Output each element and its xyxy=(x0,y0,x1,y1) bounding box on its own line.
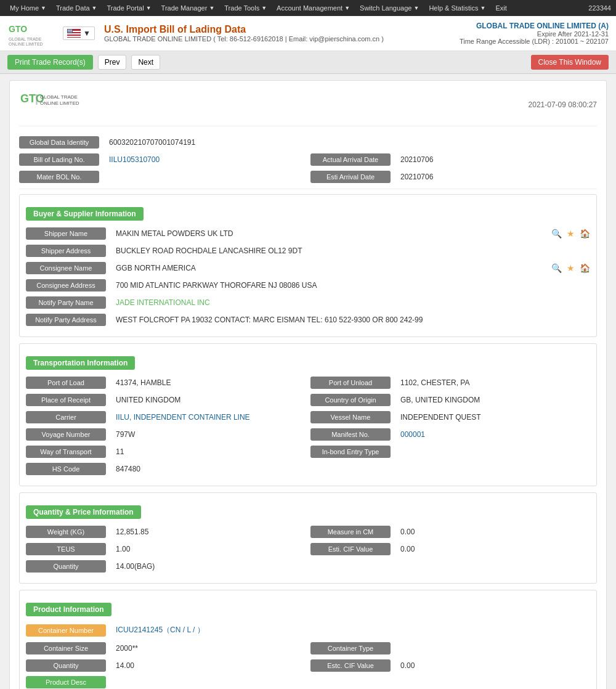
trademanager-label: Trade Manager xyxy=(161,4,208,12)
svg-text:GTO: GTO xyxy=(9,24,27,34)
nav-accountmgmt[interactable]: Account Management ▼ xyxy=(272,4,355,12)
buyer-supplier-title: Buyer & Supplier Information xyxy=(26,207,144,221)
manifest-col: Manifest No. 000001 xyxy=(310,428,590,441)
notify-address-row: Notify Party Address WEST FOLCROFT PA 19… xyxy=(26,313,590,327)
header-subtitle: GLOBAL TRADE ONLINE LIMITED ( Tel: 86-51… xyxy=(104,35,384,43)
tradetools-label: Trade Tools xyxy=(224,4,259,12)
manifest-label: Manifest No. xyxy=(310,428,391,441)
account-timerange: Time Range Accessible (LDR) : 201001 ~ 2… xyxy=(460,38,609,45)
accountmgmt-label: Account Management xyxy=(277,4,342,12)
qty-row1: Weight (KG) 12,851.85 Measure in CM 0.00 xyxy=(26,525,590,539)
esti-arrival-value: 20210706 xyxy=(395,170,597,184)
svg-rect-9 xyxy=(67,36,81,37)
svg-point-20 xyxy=(70,30,71,31)
place-receipt-col: Place of Receipt UNITED KINGDOM xyxy=(26,393,306,407)
actual-arrival-col: Actual Arrival Date 20210706 xyxy=(310,153,597,166)
consignee-address-row: Consignee Address 700 MID ATLANTIC PARKW… xyxy=(26,279,590,292)
svg-point-13 xyxy=(68,30,69,30)
nav-tradedata[interactable]: Trade Data ▼ xyxy=(51,4,102,12)
notify-address-label: Notify Party Address xyxy=(26,314,106,326)
container-type-label: Container Type xyxy=(310,642,391,654)
carrier-col: Carrier IILU, INDEPENDENT CONTAINER LINE xyxy=(26,410,306,424)
product-row2: Quantity 14.00 Estc. CIF Value 0.00 xyxy=(26,659,590,672)
container-size-col: Container Size 2000** xyxy=(26,642,306,655)
voyage-label: Voyage Number xyxy=(26,428,106,441)
bol-row: Bill of Lading No. IILU105310700 Actual … xyxy=(19,153,597,166)
tradeportal-caret: ▼ xyxy=(146,5,152,11)
shipper-home-icon[interactable]: 🏠 xyxy=(580,229,590,238)
nav-tradeportal[interactable]: Trade Portal ▼ xyxy=(102,4,156,12)
container-type-value xyxy=(395,646,590,651)
nav-trademanager[interactable]: Trade Manager ▼ xyxy=(156,4,220,12)
est-cif-value: 0.00 xyxy=(395,542,590,556)
svg-rect-7 xyxy=(67,33,81,35)
measure-value: 0.00 xyxy=(395,525,590,539)
nav-myhome[interactable]: My Home ▼ xyxy=(5,4,51,12)
product-title: Product Information xyxy=(26,603,111,616)
svg-text:GLOBAL TRADE: GLOBAL TRADE xyxy=(9,37,42,41)
bol-label: Bill of Lading No. xyxy=(19,153,99,166)
actual-arrival-label: Actual Arrival Date xyxy=(310,153,391,166)
main-content: GTO | GLOBAL TRADE ONLINE LIMITED 2021-0… xyxy=(0,74,616,689)
close-button-top[interactable]: Close This Window xyxy=(531,55,609,70)
product-desc-label: Product Desc xyxy=(26,676,106,688)
account-expire: Expire After 2021-12-31 xyxy=(460,30,609,38)
product-section: Product Information Container Number ICU… xyxy=(19,590,597,689)
transportation-title: Transportation Information xyxy=(26,356,135,370)
shipper-star-icon[interactable]: ★ xyxy=(567,229,575,238)
nav-helpstats[interactable]: Help & Statistics ▼ xyxy=(424,4,490,12)
actual-arrival-value: 20210706 xyxy=(395,153,597,166)
transportation-section: Transportation Information Port of Load … xyxy=(19,343,597,486)
port-unload-col: Port of Unload 1102, CHESTER, PA xyxy=(310,376,590,389)
nav-switchlang[interactable]: Switch Language ▼ xyxy=(355,4,424,12)
language-selector[interactable]: ▼ xyxy=(63,26,95,40)
global-data-identity-value: 600320210707001074191 xyxy=(104,136,597,149)
product-qty-col: Quantity 14.00 xyxy=(26,659,306,672)
next-button-top[interactable]: Next xyxy=(131,55,160,70)
svg-text:ONLINE LIMITED: ONLINE LIMITED xyxy=(40,100,79,106)
prev-button-top[interactable]: Prev xyxy=(98,55,127,70)
manifest-value: 000001 xyxy=(395,428,590,441)
nav-tradetools[interactable]: Trade Tools ▼ xyxy=(219,4,272,12)
myhome-caret: ▼ xyxy=(41,5,46,11)
helpstats-label: Help & Statistics xyxy=(429,4,478,12)
account-company: GLOBAL TRADE ONLINE LIMITED (A) xyxy=(460,22,609,30)
notify-name-label: Notify Party Name xyxy=(26,296,106,309)
notify-name-value: JADE INTERNATIONAL INC xyxy=(111,296,590,309)
qty-row2: TEUS 1.00 Esti. CIF Value 0.00 xyxy=(26,542,590,556)
notify-address-value: WEST FOLCROFT PA 19032 CONTACT: MARC EIS… xyxy=(111,313,590,327)
port-unload-label: Port of Unload xyxy=(310,377,391,389)
quantity-value: 14.00(BAG) xyxy=(111,560,590,573)
hs-code-value: 847480 xyxy=(111,462,590,476)
card-header: GTO | GLOBAL TRADE ONLINE LIMITED 2021-0… xyxy=(19,90,597,126)
svg-text:|: | xyxy=(35,92,38,105)
shipper-address-value: BUCKLEY ROAD ROCHDALE LANCASHIRE OL12 9D… xyxy=(111,244,590,258)
shipper-search-icon[interactable]: 🔍 xyxy=(551,229,562,238)
transport-row4: Voyage Number 797W Manifest No. 000001 xyxy=(26,428,590,441)
consignee-star-icon[interactable]: ★ xyxy=(567,263,575,273)
switchlang-caret: ▼ xyxy=(413,5,419,11)
voyage-value: 797W xyxy=(111,428,306,441)
consignee-search-icon[interactable]: 🔍 xyxy=(551,263,562,273)
product-desc-row: Product Desc xyxy=(26,676,590,688)
bol-col: Bill of Lading No. IILU105310700 xyxy=(19,153,306,166)
weight-col: Weight (KG) 12,851.85 xyxy=(26,525,306,539)
svg-point-16 xyxy=(71,30,72,30)
consignee-home-icon[interactable]: 🏠 xyxy=(580,263,590,273)
quantity-label: Quantity xyxy=(26,560,106,573)
record-card: GTO | GLOBAL TRADE ONLINE LIMITED 2021-0… xyxy=(9,80,607,689)
shipper-address-label: Shipper Address xyxy=(26,245,106,257)
print-button-top[interactable]: Print Trade Record(s) xyxy=(7,55,93,70)
product-cif-col: Estc. CIF Value 0.00 xyxy=(310,659,590,672)
bol-value: IILU105310700 xyxy=(104,153,306,166)
mbol-col: Mater BOL No. xyxy=(19,170,306,184)
container-number-row: Container Number ICUU2141245（CN / L / ） xyxy=(26,622,590,638)
mbol-row: Mater BOL No. Esti Arrival Date 20210706 xyxy=(19,170,597,184)
port-unload-value: 1102, CHESTER, PA xyxy=(395,376,590,389)
svg-point-17 xyxy=(68,30,68,31)
port-load-value: 41374, HAMBLE xyxy=(111,376,306,389)
carrier-label: Carrier xyxy=(26,411,106,423)
nav-exit[interactable]: Exit xyxy=(490,4,511,12)
quantity-price-section: Quantity & Price Information Weight (KG)… xyxy=(19,492,597,584)
country-origin-value: GB, UNITED KINGDOM xyxy=(395,393,590,407)
